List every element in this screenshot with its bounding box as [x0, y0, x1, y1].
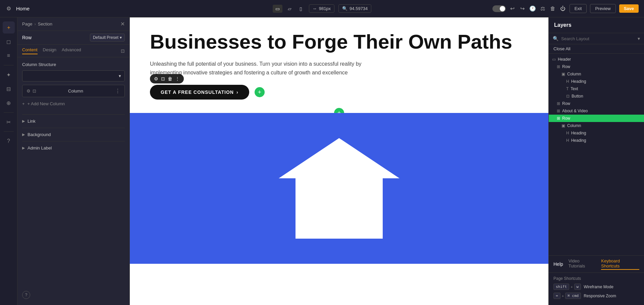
h3-icon: H: [566, 138, 569, 143]
layer-row-2[interactable]: ⊞ Row: [549, 100, 644, 107]
layer-heading-1-label: Heading: [571, 79, 586, 84]
canvas: Businesses to Forge Their Own Paths Unle…: [130, 17, 548, 305]
help-tabs: Video Tutorials Keyboard Shortcuts: [569, 258, 639, 270]
link-header[interactable]: ▶ Link: [22, 119, 125, 124]
zoom-display[interactable]: 🔍 94.59734: [338, 4, 371, 13]
desktop-icon[interactable]: ▭: [273, 5, 282, 13]
page-icon[interactable]: ◻: [3, 36, 15, 48]
layer-row-3-active[interactable]: ⊞ Row: [549, 115, 644, 122]
column-dots-icon[interactable]: ⋮: [115, 88, 120, 94]
cta-button[interactable]: GET A FREE CONSULTATION ›: [150, 85, 249, 100]
zoom-label: Responsive Zoom: [584, 294, 616, 298]
cta-duplicate-icon[interactable]: ⊡: [161, 76, 165, 81]
close-all-button[interactable]: Close All: [549, 44, 644, 54]
canvas-subtext: Unleashing the full potential of your bu…: [150, 60, 385, 77]
history-icon[interactable]: 🕐: [529, 5, 536, 12]
breadcrumb-sep: ›: [34, 21, 36, 26]
search-icon: 🔍: [553, 36, 558, 41]
cta-gear-icon[interactable]: ⚙: [154, 76, 158, 81]
home-title: Home: [16, 6, 30, 11]
layer-row-3-label: Row: [562, 116, 570, 121]
design-icon[interactable]: ✦: [3, 69, 15, 81]
fullscreen-icon[interactable]: ⊡: [121, 47, 125, 54]
layer-text[interactable]: T Text: [549, 85, 644, 93]
layer-heading-3[interactable]: H Heading: [549, 137, 644, 144]
row2-icon: ⊞: [557, 101, 560, 106]
layer-heading-1[interactable]: H Heading: [549, 78, 644, 85]
col-gear-icon[interactable]: ⚙: [26, 88, 31, 94]
help-question-icon[interactable]: ?: [22, 291, 30, 299]
save-button[interactable]: Save: [619, 4, 639, 13]
tablet-icon[interactable]: ▱: [285, 5, 294, 13]
cta-trash-icon[interactable]: 🗑: [168, 76, 172, 81]
layer-row-2-label: Row: [562, 101, 570, 106]
layer-column-1[interactable]: ▣ Column: [549, 70, 644, 78]
column-structure-section: Column Structure ▾ ⚙ ⊡ Column ⋮ + + Add …: [22, 62, 125, 108]
default-preset-dropdown[interactable]: Default Preset ▾: [90, 34, 125, 42]
resolution-display[interactable]: ↔ 981px: [309, 4, 334, 13]
cta-dots-icon[interactable]: ⋮: [175, 76, 180, 81]
add-icon[interactable]: ＋: [3, 21, 15, 34]
layers-icon[interactable]: ≡: [3, 50, 15, 62]
layer-header[interactable]: ▭ Header: [549, 56, 644, 63]
add-element-button[interactable]: +: [255, 87, 265, 97]
layer-button[interactable]: ⊡ Button: [549, 93, 644, 100]
key-equals: =: [553, 293, 560, 299]
cta-label: GET A FREE CONSULTATION: [161, 89, 234, 95]
admin-chevron-icon: ▶: [22, 146, 25, 150]
preview-button[interactable]: Preview: [590, 4, 615, 13]
default-preset-label: Default Preset: [93, 35, 118, 40]
zoom-value: 94.59734: [350, 6, 368, 11]
layer-column-2-label: Column: [567, 123, 581, 128]
dropdown-chevron-icon: ▾: [119, 73, 121, 78]
tab-video-tutorials[interactable]: Video Tutorials: [569, 258, 597, 270]
background-label: Background: [28, 132, 51, 137]
dark-mode-toggle[interactable]: [492, 5, 506, 12]
background-header[interactable]: ▶ Background: [22, 132, 125, 137]
layer-about-video[interactable]: ⊞ About & Video: [549, 107, 644, 115]
layer-column-2[interactable]: ▣ Column: [549, 122, 644, 129]
background-section: ▶ Background: [22, 128, 125, 141]
add-column-button[interactable]: + + Add New Column: [22, 99, 125, 108]
tab-keyboard-shortcuts[interactable]: Keyboard Shortcuts: [601, 258, 639, 270]
search-layout: 🔍 ▾: [549, 33, 644, 44]
key-w: w: [574, 284, 581, 290]
global-icon[interactable]: ⊕: [3, 97, 15, 109]
shortcut-zoom: = + ⌘ cmd Responsive Zoom: [553, 293, 639, 299]
close-panel-icon[interactable]: ✕: [120, 21, 125, 27]
tab-content[interactable]: Content: [22, 47, 38, 54]
mobile-icon[interactable]: ▯: [297, 5, 305, 13]
template-icon[interactable]: ⊟: [3, 83, 15, 95]
settings-icon[interactable]: ⚖: [539, 5, 546, 12]
plugin-icon[interactable]: ✂: [3, 116, 15, 128]
filter-icon[interactable]: ▾: [638, 36, 640, 41]
admin-label-header[interactable]: ▶ Admin Label: [22, 145, 125, 150]
topbar-right: ↩ ↪ 🕐 ⚖ 🗑 ⏻ Exit Preview Save: [375, 4, 639, 13]
shortcuts-section-title: Page Shortcuts: [553, 276, 639, 281]
layer-button-label: Button: [572, 94, 583, 99]
power-icon[interactable]: ⏻: [559, 5, 566, 12]
layer-heading-2[interactable]: H Heading: [549, 129, 644, 137]
zoom-keys: = + ⌘ cmd: [553, 293, 581, 299]
gear-icon[interactable]: ⚙: [5, 5, 12, 12]
layer-row-1[interactable]: ⊞ Row: [549, 63, 644, 70]
text-icon: T: [566, 86, 569, 91]
redo-icon[interactable]: ↪: [519, 5, 526, 12]
panel-content: Column Structure ▾ ⚙ ⊡ Column ⋮ + + Add …: [17, 57, 129, 288]
help-icon-rail[interactable]: ?: [3, 135, 15, 147]
canvas-content: Businesses to Forge Their Own Paths Unle…: [130, 17, 548, 113]
column-structure-dropdown[interactable]: ▾: [22, 70, 125, 81]
btn-icon: ⊡: [566, 94, 570, 99]
trash-icon[interactable]: 🗑: [549, 5, 556, 12]
column-box: ⚙ ⊡ Column ⋮: [22, 85, 125, 97]
tab-design[interactable]: Design: [43, 47, 56, 54]
shortcut-wireframe: shift + w Wireframe Mode: [553, 284, 639, 290]
header-icon: ▭: [552, 57, 556, 62]
tab-advanced[interactable]: Advanced: [62, 47, 81, 54]
search-input[interactable]: [561, 36, 635, 41]
image-section: [130, 113, 548, 264]
col-duplicate-icon[interactable]: ⊡: [33, 88, 36, 94]
undo-icon[interactable]: ↩: [509, 5, 516, 12]
exit-button[interactable]: Exit: [570, 4, 587, 13]
row3-icon: ⊞: [557, 116, 560, 121]
